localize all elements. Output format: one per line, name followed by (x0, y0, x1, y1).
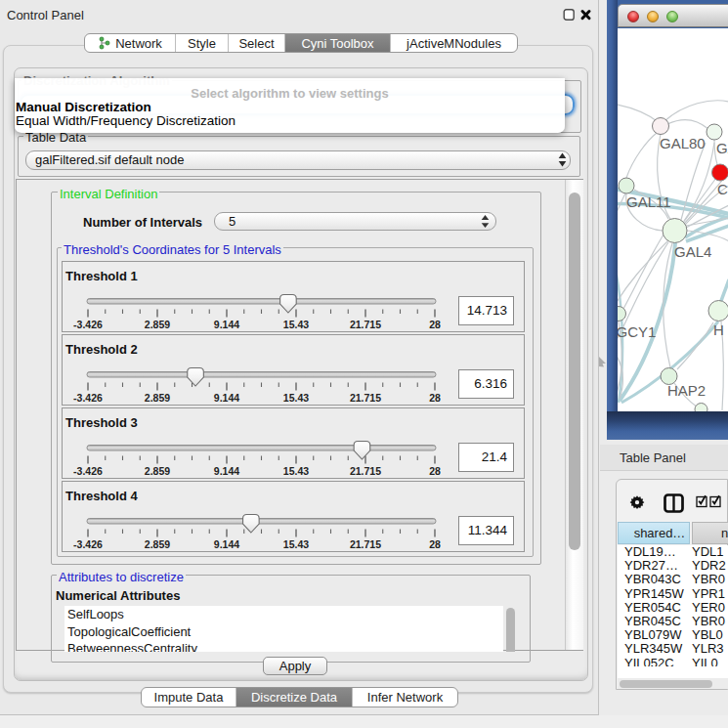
svg-text:21.715: 21.715 (350, 319, 381, 330)
svg-text:28: 28 (429, 465, 441, 477)
svg-text:GAL80: GAL80 (660, 135, 706, 151)
svg-text:2.859: 2.859 (145, 465, 170, 477)
svg-text:21.715: 21.715 (350, 392, 381, 404)
svg-text:-3.426: -3.426 (73, 538, 103, 550)
svg-text:C: C (717, 181, 728, 197)
svg-text:2.859: 2.859 (145, 392, 170, 404)
svg-text:15.43: 15.43 (283, 465, 309, 477)
svg-text:GCY1: GCY1 (618, 323, 656, 340)
svg-text:21.715: 21.715 (350, 538, 381, 550)
svg-text:-3.426: -3.426 (73, 465, 103, 477)
svg-text:9.144: 9.144 (214, 319, 239, 330)
svg-text:GAL11: GAL11 (626, 193, 671, 210)
svg-text:9.144: 9.144 (214, 392, 239, 404)
svg-text:GAL4: GAL4 (674, 243, 711, 260)
svg-text:28: 28 (429, 538, 441, 550)
svg-text:28: 28 (429, 392, 441, 404)
svg-text:-3.426: -3.426 (73, 392, 103, 404)
svg-text:28: 28 (429, 319, 441, 330)
svg-text:HAP2: HAP2 (667, 382, 706, 399)
svg-text:GA: GA (716, 140, 728, 156)
svg-text:9.144: 9.144 (214, 465, 239, 477)
svg-text:-3.426: -3.426 (73, 319, 103, 330)
svg-text:15.43: 15.43 (283, 319, 309, 330)
svg-text:21.715: 21.715 (350, 465, 381, 477)
svg-text:9.144: 9.144 (214, 538, 239, 550)
svg-text:15.43: 15.43 (283, 392, 309, 404)
svg-text:2.859: 2.859 (145, 538, 170, 550)
svg-text:2.859: 2.859 (145, 319, 170, 330)
svg-text:15.43: 15.43 (283, 538, 309, 550)
svg-text:H: H (713, 321, 724, 338)
